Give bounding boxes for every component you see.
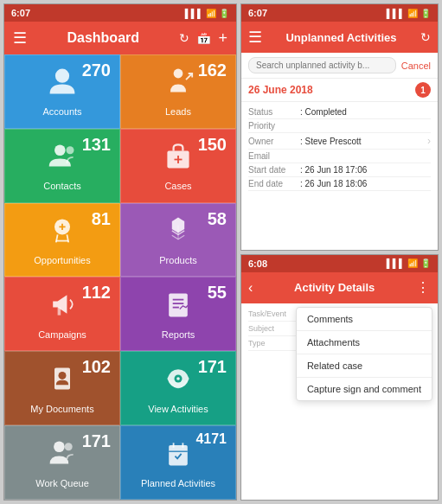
- opportunities-icon: [47, 214, 78, 252]
- cases-icon: [163, 140, 194, 177]
- contacts-label: Contacts: [43, 181, 80, 191]
- campaigns-count: 112: [82, 283, 111, 303]
- tile-mydocs[interactable]: 102 My Documents: [4, 351, 120, 425]
- workqueue-count: 171: [82, 431, 111, 451]
- accounts-icon: [47, 66, 78, 103]
- status-icons-unplanned: ▌▌▌ 📶 🔋: [387, 9, 431, 18]
- unplanned-title: Unplanned Activities: [262, 31, 420, 44]
- tile-reports[interactable]: 55 Reports: [120, 277, 236, 351]
- status-row: Status : Completed: [248, 105, 431, 119]
- svg-point-1: [174, 69, 183, 79]
- detail-rows: Status : Completed Priority Owner : Stev…: [241, 102, 438, 195]
- dropdown-item-attachments[interactable]: Attachments: [297, 331, 432, 354]
- unplanned-header: ☰ Unplanned Activities ↻: [241, 22, 438, 53]
- sync-icon[interactable]: ↻: [179, 31, 189, 45]
- tile-cases[interactable]: 150 Cases: [120, 129, 236, 203]
- tile-plannedact[interactable]: 4171 Planned Activities: [120, 425, 236, 500]
- products-count: 58: [208, 209, 227, 229]
- tile-opportunities[interactable]: 81 Opportunities: [4, 203, 120, 278]
- status-icons-left: ▌▌▌ 📶 🔋: [185, 9, 229, 18]
- tile-viewact[interactable]: 171 View Activities: [120, 351, 236, 425]
- search-input[interactable]: [248, 57, 396, 73]
- svg-point-2: [54, 145, 66, 156]
- activity-title: Activity Details: [253, 281, 416, 294]
- plannedact-icon: [163, 437, 194, 475]
- calendar-icon[interactable]: 📅: [196, 31, 211, 45]
- tile-leads[interactable]: 162 Leads: [120, 54, 236, 129]
- status-bar-left: 6:07 ▌▌▌ 📶 🔋: [4, 4, 236, 22]
- dropdown-item-related-case[interactable]: Related case: [297, 354, 432, 378]
- dropdown-item-capture-sign[interactable]: Capture sign and comment: [297, 378, 432, 400]
- startdate-label: Start date: [248, 165, 300, 175]
- tile-contacts[interactable]: 131 Contacts: [4, 129, 120, 203]
- owner-row[interactable]: Owner : Steve Prescott ›: [248, 133, 431, 150]
- date-label: 26 June 2018: [248, 84, 313, 96]
- reports-count: 55: [208, 283, 227, 303]
- activity-content: Task/Event Task Subject Type Comments At…: [241, 303, 438, 501]
- svg-point-0: [55, 69, 69, 83]
- time-left: 6:07: [11, 8, 30, 18]
- viewact-count: 171: [198, 357, 227, 377]
- owner-label: Owner: [248, 137, 300, 146]
- contacts-count: 131: [82, 135, 111, 155]
- activity-header: ‹ Activity Details ⋮: [241, 272, 438, 303]
- plannedact-label: Planned Activities: [141, 478, 215, 488]
- svg-point-21: [65, 443, 73, 450]
- tile-campaigns[interactable]: 112 Campaigns: [4, 277, 120, 351]
- startdate-row: Start date : 26 Jun 18 17:06: [248, 163, 431, 177]
- unplanned-search-bar: Cancel: [241, 53, 438, 79]
- menu-icon[interactable]: ☰: [13, 29, 27, 48]
- chevron-right-icon: ›: [427, 135, 431, 147]
- status-bar-activity: 6:08 ▌▌▌ 📶 🔋: [241, 255, 438, 272]
- svg-rect-12: [169, 293, 188, 316]
- dashboard-header: ☰ Dashboard ↻ 📅 +: [4, 22, 236, 54]
- cancel-button[interactable]: Cancel: [401, 61, 431, 71]
- email-row: Email: [248, 150, 431, 163]
- contacts-icon: [47, 140, 78, 177]
- date-row: 26 June 2018 1: [241, 79, 438, 102]
- status-icons-activity: ▌▌▌ 📶 🔋: [387, 258, 431, 268]
- opportunities-label: Opportunities: [34, 255, 90, 265]
- dropdown-menu: Comments Attachments Related case Captur…: [296, 307, 432, 401]
- viewact-icon: [163, 363, 194, 400]
- leads-count: 162: [198, 61, 227, 80]
- enddate-label: End date: [248, 179, 300, 188]
- tile-accounts[interactable]: 270 Accounts: [4, 54, 120, 129]
- products-label: Products: [159, 255, 196, 265]
- email-label: Email: [248, 151, 300, 161]
- time-unplanned: 6:07: [248, 8, 267, 18]
- dropdown-item-comments[interactable]: Comments: [297, 308, 432, 331]
- svg-point-17: [59, 372, 67, 380]
- cases-label: Cases: [164, 181, 191, 191]
- accounts-count: 270: [82, 61, 111, 80]
- workqueue-label: Work Queue: [35, 478, 89, 488]
- viewact-label: View Activities: [148, 404, 208, 414]
- enddate-value: : 26 Jun 18 18:06: [300, 179, 431, 188]
- products-icon: [163, 214, 194, 252]
- tiles-grid: 270 Accounts 162 Leads: [4, 54, 236, 500]
- campaigns-label: Campaigns: [38, 329, 86, 340]
- more-options-icon[interactable]: ⋮: [416, 279, 431, 296]
- leads-label: Leads: [165, 106, 191, 117]
- unplanned-sync-icon[interactable]: ↻: [420, 30, 431, 44]
- reports-label: Reports: [162, 329, 195, 340]
- workqueue-icon: [47, 437, 78, 475]
- leads-icon: [163, 66, 194, 103]
- svg-rect-22: [169, 445, 188, 465]
- opportunities-count: 81: [92, 209, 111, 229]
- dashboard-title: Dashboard: [27, 30, 179, 46]
- count-badge: 1: [415, 82, 431, 98]
- main-dashboard: 6:07 ▌▌▌ 📶 🔋 ☰ Dashboard ↻ 📅 + 270 Accou…: [3, 3, 237, 501]
- plannedact-count: 4171: [195, 431, 227, 447]
- priority-row: Priority: [248, 119, 431, 133]
- add-icon[interactable]: +: [218, 29, 227, 48]
- accounts-label: Accounts: [42, 106, 81, 117]
- header-icons: ↻ 📅 +: [179, 29, 227, 48]
- tile-workqueue[interactable]: 171 Work Queue: [4, 425, 120, 500]
- unplanned-menu-icon[interactable]: ☰: [248, 28, 262, 47]
- tile-products[interactable]: 58 Products: [120, 203, 236, 278]
- mydocs-count: 102: [82, 357, 111, 377]
- status-value: : Completed: [300, 107, 431, 117]
- svg-point-20: [54, 441, 65, 452]
- activity-details-panel: 6:08 ▌▌▌ 📶 🔋 ‹ Activity Details ⋮ Task/E…: [240, 254, 439, 501]
